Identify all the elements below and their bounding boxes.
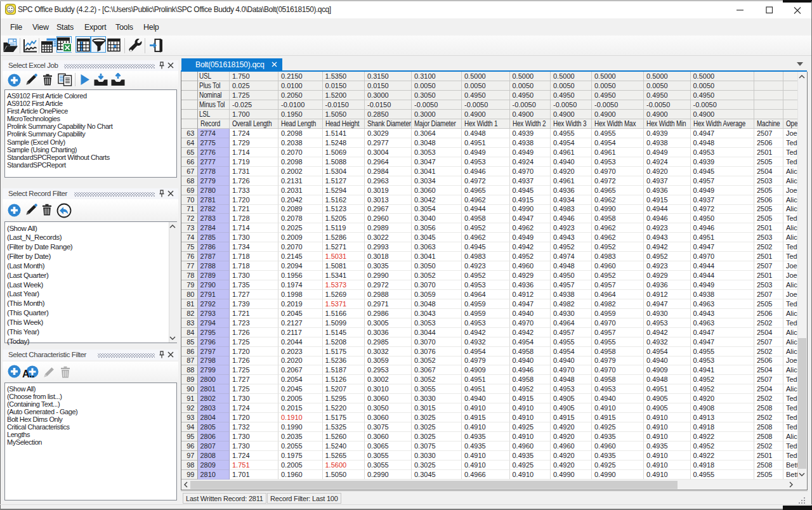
svg-text:A: A — [22, 369, 30, 379]
